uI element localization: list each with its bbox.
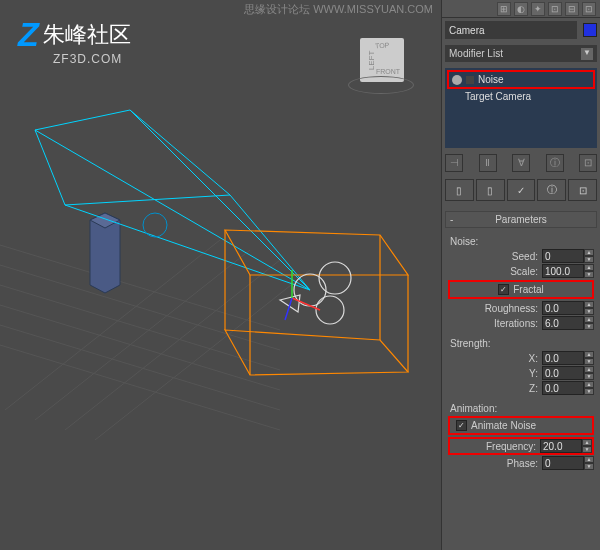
stack-button[interactable]: ✓ (507, 179, 536, 201)
tab-icon[interactable]: ◐ (514, 2, 528, 16)
svg-point-25 (316, 296, 344, 324)
spinner-up-icon[interactable]: ▲ (584, 381, 594, 388)
roughness-spinner[interactable]: 0.0 (542, 301, 584, 315)
modifier-item-camera[interactable]: Target Camera (447, 89, 595, 104)
iterations-row: Iterations: 6.0 ▲▼ (448, 316, 594, 330)
strength-z-spinner[interactable]: 0.0 (542, 381, 584, 395)
strength-x-row: X: 0.0 ▲▼ (448, 351, 594, 365)
tab-icon[interactable]: ⊟ (565, 2, 579, 16)
fractal-checkbox-row: ✓ Fractal (448, 280, 594, 299)
modifier-stack-tools: ⊣ Ⅱ ∀ ⓘ ⊡ (445, 154, 597, 172)
spinner-down-icon[interactable]: ▼ (584, 358, 594, 365)
object-name-field[interactable]: Camera (445, 21, 577, 39)
modifier-stack[interactable]: Noise Target Camera (445, 68, 597, 148)
spinner-up-icon[interactable]: ▲ (584, 249, 594, 256)
svg-line-16 (130, 110, 230, 195)
show-result-button[interactable]: Ⅱ (479, 154, 497, 172)
svg-line-10 (130, 110, 310, 290)
visibility-icon[interactable] (452, 75, 462, 85)
noise-group-label: Noise: (450, 236, 594, 247)
animate-noise-row: ✓ Animate Noise (448, 416, 594, 435)
svg-line-7 (35, 250, 250, 420)
strength-group-label: Strength: (450, 338, 594, 349)
spinner-down-icon[interactable]: ▼ (582, 446, 592, 453)
frequency-row: Frequency: 20.0 ▲▼ (448, 437, 594, 455)
tab-icon[interactable]: ✦ (531, 2, 545, 16)
svg-line-26 (292, 298, 320, 310)
svg-line-12 (35, 130, 310, 290)
spinner-down-icon[interactable]: ▼ (584, 373, 594, 380)
camera-wireframe (35, 110, 310, 290)
phase-row: Phase: 0 ▲▼ (448, 456, 594, 470)
spinner-up-icon[interactable]: ▲ (584, 366, 594, 373)
tab-icon[interactable]: ⊡ (548, 2, 562, 16)
svg-point-18 (143, 213, 167, 237)
parameters-rollout: - Parameters Noise: Seed: 0 ▲▼ Scale: 10… (442, 209, 600, 474)
modifier-list-dropdown[interactable]: Modifier List ▼ (445, 45, 597, 62)
spinner-up-icon[interactable]: ▲ (584, 264, 594, 271)
scale-spinner[interactable]: 100.0 (542, 264, 584, 278)
expand-icon[interactable] (466, 76, 474, 84)
svg-line-27 (285, 298, 292, 320)
stack-button[interactable]: ▯ (445, 179, 474, 201)
seed-row: Seed: 0 ▲▼ (448, 249, 594, 263)
svg-line-17 (65, 195, 230, 205)
stack-button[interactable]: ⓘ (537, 179, 566, 201)
spinner-up-icon[interactable]: ▲ (584, 351, 594, 358)
strength-x-spinner[interactable]: 0.0 (542, 351, 584, 365)
tab-icon[interactable]: ⊞ (497, 2, 511, 16)
spinner-up-icon[interactable]: ▲ (582, 439, 592, 446)
spinner-up-icon[interactable]: ▲ (584, 456, 594, 463)
spinner-up-icon[interactable]: ▲ (584, 301, 594, 308)
animate-noise-checkbox[interactable]: ✓ (456, 420, 467, 431)
make-unique-button[interactable]: ∀ (512, 154, 530, 172)
spinner-down-icon[interactable]: ▼ (584, 271, 594, 278)
svg-line-14 (35, 110, 130, 130)
cylinder-object (90, 213, 120, 293)
svg-point-24 (319, 262, 351, 294)
roughness-row: Roughness: 0.0 ▲▼ (448, 301, 594, 315)
iterations-spinner[interactable]: 6.0 (542, 316, 584, 330)
strength-y-row: Y: 0.0 ▲▼ (448, 366, 594, 380)
command-panel-tabs: ⊞ ◐ ✦ ⊡ ⊟ ⊡ (442, 0, 600, 18)
fractal-checkbox[interactable]: ✓ (498, 284, 509, 295)
stack-option-buttons: ▯ ▯ ✓ ⓘ ⊡ (445, 179, 597, 201)
tab-icon[interactable]: ⊡ (582, 2, 596, 16)
frequency-spinner[interactable]: 20.0 (540, 439, 582, 453)
pin-stack-button[interactable]: ⊣ (445, 154, 463, 172)
scene-content (0, 0, 441, 550)
rollout-header[interactable]: - Parameters (445, 211, 597, 228)
modifier-item-noise[interactable]: Noise (447, 70, 595, 89)
spinner-down-icon[interactable]: ▼ (584, 308, 594, 315)
configure-sets-button[interactable]: ⊡ (579, 154, 597, 172)
phase-spinner[interactable]: 0 (542, 456, 584, 470)
svg-line-9 (95, 270, 310, 440)
scale-row: Scale: 100.0 ▲▼ (448, 264, 594, 278)
svg-line-15 (35, 130, 65, 205)
selection-bbox (225, 230, 408, 375)
strength-y-spinner[interactable]: 0.0 (542, 366, 584, 380)
spinner-down-icon[interactable]: ▼ (584, 256, 594, 263)
dropdown-arrow-icon: ▼ (581, 48, 593, 60)
viewport-3d[interactable]: 思缘设计论坛 WWW.MISSYUAN.COM Z朱峰社区 ZF3D.COM T… (0, 0, 441, 550)
spinner-down-icon[interactable]: ▼ (584, 463, 594, 470)
stack-button[interactable]: ▯ (476, 179, 505, 201)
spinner-up-icon[interactable]: ▲ (584, 316, 594, 323)
stack-button[interactable]: ⊡ (568, 179, 597, 201)
spinner-down-icon[interactable]: ▼ (584, 388, 594, 395)
remove-modifier-button[interactable]: ⓘ (546, 154, 564, 172)
transform-gizmo (285, 270, 320, 320)
modify-panel: ⊞ ◐ ✦ ⊡ ⊟ ⊡ Camera Modifier List ▼ Noise… (441, 0, 600, 550)
object-color-swatch[interactable] (583, 23, 597, 37)
seed-spinner[interactable]: 0 (542, 249, 584, 263)
animation-group-label: Animation: (450, 403, 594, 414)
strength-z-row: Z: 0.0 ▲▼ (448, 381, 594, 395)
spinner-down-icon[interactable]: ▼ (584, 323, 594, 330)
